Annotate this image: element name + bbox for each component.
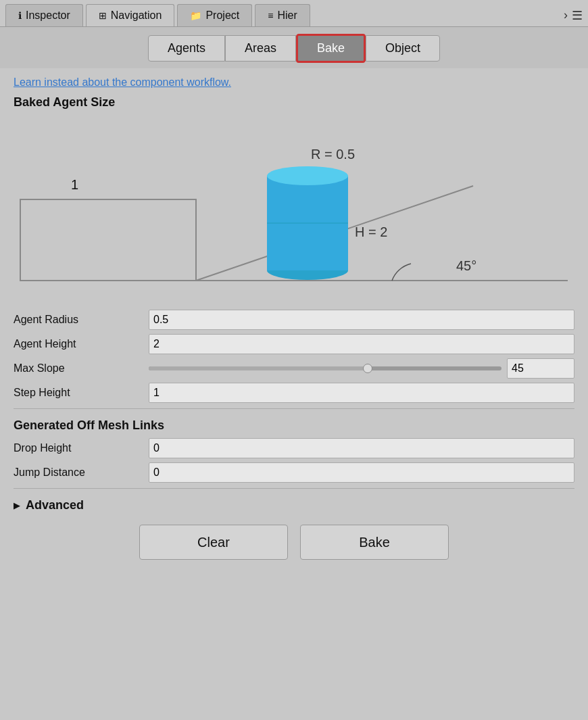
tab-bake-label: Bake xyxy=(317,41,345,55)
agent-radius-row: Agent Radius xyxy=(14,310,574,330)
drop-height-label: Drop Height xyxy=(14,442,149,454)
tab-inspector[interactable]: ℹ Inspector xyxy=(5,4,83,26)
learn-link[interactable]: Learn instead about the component workfl… xyxy=(14,76,574,89)
drop-height-input[interactable] xyxy=(149,438,574,458)
agent-diagram: 1 R = 0.5 H = 2 45° xyxy=(14,115,574,297)
separator-2 xyxy=(14,488,574,489)
svg-text:R = 0.5: R = 0.5 xyxy=(311,147,355,162)
agent-height-row: Agent Height xyxy=(14,334,574,354)
tab-object[interactable]: Object xyxy=(366,35,440,62)
jump-distance-label: Jump Distance xyxy=(14,466,149,479)
clear-button[interactable]: Clear xyxy=(139,525,288,560)
jump-distance-row: Jump Distance xyxy=(14,462,574,483)
baked-agent-size-title: Baked Agent Size xyxy=(14,95,574,110)
hierarchy-icon: ≡ xyxy=(268,10,273,21)
step-height-label: Step Height xyxy=(14,387,149,399)
tab-areas[interactable]: Areas xyxy=(225,35,296,62)
agent-height-input[interactable] xyxy=(149,334,574,354)
step-height-input[interactable] xyxy=(149,383,574,403)
svg-rect-0 xyxy=(20,199,196,281)
advanced-arrow-icon: ▶ xyxy=(14,500,20,510)
nav-tabs: Agents Areas Bake Object xyxy=(0,27,588,68)
agent-radius-label: Agent Radius xyxy=(14,314,149,326)
separator-1 xyxy=(14,408,574,409)
svg-text:45°: 45° xyxy=(456,258,476,273)
top-bar: ℹ Inspector ⊞ Navigation 📁 Project ≡ Hie… xyxy=(0,0,588,27)
advanced-label: Advanced xyxy=(26,498,84,512)
tab-agents[interactable]: Agents xyxy=(148,35,225,62)
tab-project-label: Project xyxy=(205,9,239,22)
max-slope-row: Max Slope xyxy=(14,358,574,379)
tab-object-label: Object xyxy=(385,41,420,55)
tab-navigation[interactable]: ⊞ Navigation xyxy=(86,4,175,26)
max-slope-label: Max Slope xyxy=(14,362,149,375)
off-mesh-links-title: Generated Off Mesh Links xyxy=(14,418,574,433)
svg-point-7 xyxy=(267,166,348,185)
max-slope-slider-fill xyxy=(149,366,368,370)
svg-text:H = 2: H = 2 xyxy=(355,224,387,239)
max-slope-value-input[interactable] xyxy=(507,358,574,379)
more-tabs-button[interactable]: › xyxy=(564,8,568,22)
inspector-icon: ℹ xyxy=(18,10,22,21)
max-slope-slider-track[interactable] xyxy=(149,366,501,370)
advanced-toggle[interactable]: ▶ Advanced xyxy=(14,498,574,512)
jump-distance-input[interactable] xyxy=(149,462,574,483)
action-buttons: Clear Bake xyxy=(14,525,574,560)
tab-project[interactable]: 📁 Project xyxy=(177,4,252,26)
step-height-row: Step Height xyxy=(14,383,574,403)
max-slope-slider-container xyxy=(149,358,574,379)
tab-navigation-label: Navigation xyxy=(111,9,162,22)
tab-agents-label: Agents xyxy=(168,41,205,55)
main-content: Learn instead about the component workfl… xyxy=(0,68,588,568)
agent-height-label: Agent Height xyxy=(14,338,149,350)
menu-button[interactable]: ☰ xyxy=(572,8,583,23)
svg-text:1: 1 xyxy=(71,177,78,192)
tab-areas-label: Areas xyxy=(245,41,276,55)
agent-radius-input[interactable] xyxy=(149,310,574,330)
tab-bake[interactable]: Bake xyxy=(296,34,366,63)
max-slope-slider-thumb[interactable] xyxy=(363,364,372,373)
bake-button[interactable]: Bake xyxy=(300,525,449,560)
project-icon: 📁 xyxy=(190,10,201,21)
tab-hierarchy-label: Hier xyxy=(277,9,297,22)
tab-inspector-label: Inspector xyxy=(26,9,70,22)
drop-height-row: Drop Height xyxy=(14,438,574,458)
tab-hierarchy[interactable]: ≡ Hier xyxy=(255,4,310,26)
navigation-icon: ⊞ xyxy=(99,10,107,21)
